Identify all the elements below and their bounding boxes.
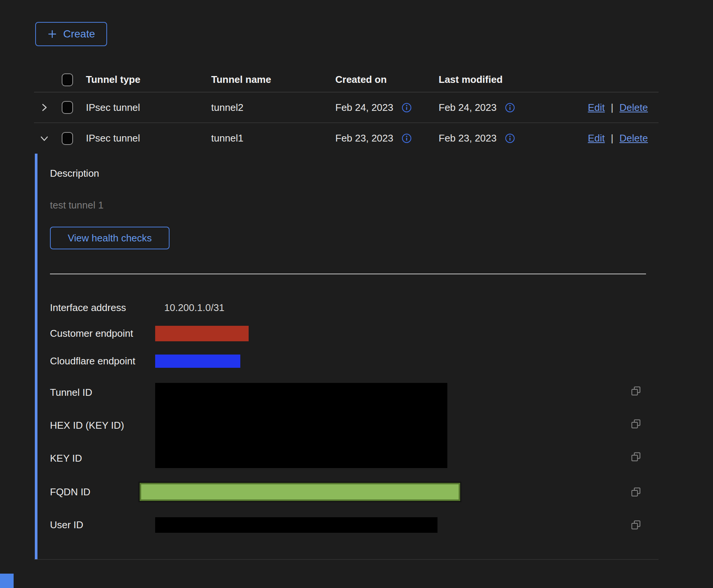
info-icon[interactable] — [505, 133, 515, 143]
customer-endpoint-row: Customer endpoint — [50, 320, 659, 347]
cloudflare-endpoint-row: Cloudflare endpoint — [50, 347, 659, 375]
chevron-down-icon[interactable] — [39, 134, 49, 143]
select-all-checkbox[interactable] — [62, 73, 73, 86]
copy-icon — [631, 520, 641, 530]
create-button-label: Create — [63, 28, 95, 40]
created-on-cell: Feb 24, 2023 — [335, 102, 393, 114]
customer-endpoint-redaction — [155, 326, 249, 341]
chevron-right-icon[interactable] — [39, 103, 49, 112]
delete-link[interactable]: Delete — [620, 132, 648, 144]
last-modified-cell: Feb 23, 2023 — [439, 132, 497, 144]
create-button[interactable]: Create — [35, 22, 107, 46]
column-header-tunnel-name: Tunnel name — [211, 74, 335, 86]
copy-icon — [631, 419, 641, 429]
plus-icon — [47, 29, 57, 39]
table-row: IPsec tunnel tunnel2 Feb 24, 2023 Feb 24… — [34, 92, 659, 123]
tunnels-page: Create Tunnel type Tunnel name Created o… — [0, 0, 713, 588]
customer-endpoint-label: Customer endpoint — [50, 328, 155, 339]
tunnel-name-cell: tunnel2 — [211, 102, 335, 114]
fqdn-id-label: FQDN ID — [50, 486, 140, 498]
tunnel-type-cell: IPsec tunnel — [86, 132, 211, 144]
last-modified-cell: Feb 24, 2023 — [439, 102, 497, 114]
expanded-row-panel: Description test tunnel 1 View health ch… — [34, 154, 659, 560]
user-id-row: User ID — [50, 517, 659, 533]
fqdn-id-redaction — [140, 483, 460, 501]
copy-icon — [631, 487, 641, 497]
copy-tunnel-id-button[interactable] — [631, 386, 641, 416]
edit-link[interactable]: Edit — [588, 132, 605, 144]
copy-fqdn-id-button[interactable] — [631, 487, 641, 497]
hex-id-label: HEX ID (KEY ID) — [50, 416, 155, 449]
bottom-left-accent — [0, 574, 14, 588]
copy-icon — [631, 386, 641, 396]
copy-hex-id-button[interactable] — [631, 419, 641, 449]
copy-user-id-button[interactable] — [631, 520, 641, 530]
tunnel-name-cell: tunnel1 — [211, 132, 335, 144]
user-id-redaction — [155, 517, 437, 533]
table-row: IPsec tunnel tunnel1 Feb 23, 2023 Feb 23… — [34, 123, 659, 154]
delete-link[interactable]: Delete — [620, 102, 648, 114]
user-id-label: User ID — [50, 519, 155, 531]
table-header: Tunnel type Tunnel name Created on Last … — [34, 67, 659, 92]
created-on-cell: Feb 23, 2023 — [335, 132, 393, 144]
column-header-created-on: Created on — [335, 74, 439, 86]
view-health-checks-button[interactable]: View health checks — [50, 227, 170, 249]
info-icon[interactable] — [402, 103, 412, 113]
action-separator: | — [611, 132, 613, 144]
tunnel-type-cell: IPsec tunnel — [86, 102, 211, 114]
cloudflare-endpoint-redaction — [155, 355, 240, 368]
row-checkbox[interactable] — [62, 132, 73, 145]
panel-divider — [50, 274, 646, 274]
info-icon[interactable] — [505, 103, 515, 113]
row-checkbox[interactable] — [62, 101, 73, 114]
copy-key-id-button[interactable] — [631, 452, 641, 482]
cloudflare-endpoint-label: Cloudflare endpoint — [50, 355, 155, 367]
action-separator: | — [611, 102, 613, 114]
column-header-tunnel-type: Tunnel type — [86, 74, 211, 86]
info-icon[interactable] — [402, 133, 412, 143]
interface-address-label: Interface address — [50, 302, 155, 314]
id-fields-group: Tunnel ID HEX ID (KEY ID) KEY ID — [50, 383, 659, 482]
column-header-last-modified: Last modified — [439, 74, 548, 86]
id-values-redaction — [155, 383, 447, 468]
interface-address-row: Interface address 10.200.1.0/31 — [50, 296, 659, 320]
fqdn-id-row: FQDN ID — [50, 482, 659, 502]
key-id-label: KEY ID — [50, 449, 155, 482]
edit-link[interactable]: Edit — [588, 102, 605, 114]
copy-icon — [631, 452, 641, 462]
tunnel-id-label: Tunnel ID — [50, 383, 155, 416]
description-value: test tunnel 1 — [50, 199, 659, 211]
interface-address-value: 10.200.1.0/31 — [155, 302, 224, 314]
description-label: Description — [50, 154, 659, 179]
